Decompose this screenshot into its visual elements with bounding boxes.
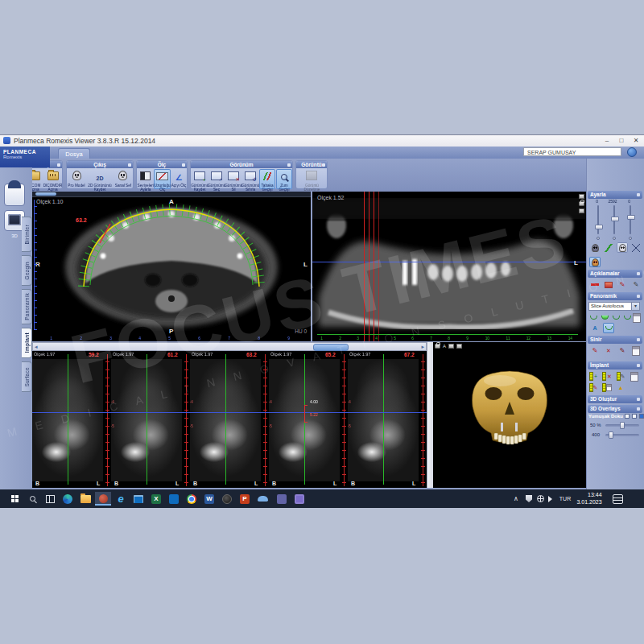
taskbar-file-explorer[interactable]: [77, 492, 93, 506]
panel-header-3d-overlays[interactable]: 3D Overlays: [588, 405, 642, 413]
slider-handle[interactable]: [611, 217, 619, 221]
cross-section-strip[interactable]: -4-5 -4-5 -4-5 -4-5 Ölçek 1.97 Ölçek 1.9…: [32, 351, 427, 488]
slider-handle[interactable]: [620, 422, 625, 429]
taskbar-store[interactable]: [166, 492, 182, 506]
taskbar-camera-app[interactable]: [219, 492, 235, 506]
panel-header-implant[interactable]: İmplant: [588, 361, 642, 369]
seviyeleri-ayarla-button[interactable]: Seviyeleri Ayarla: [137, 169, 154, 189]
scroll-left-arrow[interactable]: ◂: [35, 343, 38, 350]
taskbar-mail[interactable]: [130, 492, 147, 506]
panel-header-ayarla[interactable]: Ayarla: [588, 191, 642, 199]
skull-color-button[interactable]: [589, 257, 601, 267]
annotation-screen-button[interactable]: [603, 279, 614, 290]
skull-light-button[interactable]: [617, 242, 628, 253]
nerve-edit-button[interactable]: ✎: [617, 345, 628, 356]
pano-slice-line[interactable]: [364, 192, 365, 341]
implant-edit-button[interactable]: ✎: [615, 371, 626, 382]
slider-dot[interactable]: [597, 237, 600, 240]
gorunumu-sifirla-button[interactable]: ↺Görünümü Sıfırla: [242, 169, 258, 189]
annotation-ruler-button[interactable]: [589, 279, 601, 290]
close-button[interactable]: ✕: [630, 135, 642, 146]
panel-header-sinir[interactable]: Sinir: [588, 336, 642, 344]
nerve-delete-button[interactable]: ✕: [603, 345, 614, 356]
soft-tissue-checkbox[interactable]: [625, 414, 630, 419]
panel-header-aciklamalar[interactable]: Açıklamalar: [588, 270, 642, 278]
slider-dot[interactable]: [613, 237, 616, 240]
slider-handle[interactable]: [35, 192, 56, 196]
file-menu-tab[interactable]: Dosya: [58, 148, 90, 159]
tray-network-icon[interactable]: [535, 489, 546, 508]
taskbar-app-purple1[interactable]: [274, 492, 290, 506]
3d-render-viewport[interactable]: A: [433, 342, 586, 488]
minimize-button[interactable]: –: [601, 135, 613, 146]
lock-icon[interactable]: [579, 201, 584, 206]
implant-add-button[interactable]: +: [588, 371, 599, 382]
pro-model-button[interactable]: Pro Model: [67, 169, 86, 189]
pano-list-button[interactable]: [631, 312, 642, 323]
start-button[interactable]: [6, 492, 23, 506]
cross-section-scrollbar[interactable]: ◂ ▸: [32, 342, 427, 351]
threshold-slider[interactable]: [605, 434, 639, 436]
contrast-slider[interactable]: [613, 205, 615, 234]
slider-handle[interactable]: [609, 431, 613, 439]
soft-tissue-checkbox[interactable]: [639, 414, 644, 419]
lock-icon[interactable]: [435, 344, 440, 349]
goruntu-duzeltme-button[interactable]: Görüntü Düzeltme: [298, 169, 325, 189]
group-launcher-icon[interactable]: [128, 163, 131, 167]
pano-curve-fill-button[interactable]: [599, 312, 610, 323]
tray-chevron[interactable]: ∧: [510, 489, 522, 508]
taskbar-edge[interactable]: [60, 492, 76, 506]
pano-slice-line[interactable]: [369, 192, 369, 341]
taskbar-search[interactable]: [24, 492, 40, 506]
tab-birimler[interactable]: Birimler: [22, 217, 32, 252]
scrollbar-handle[interactable]: [313, 344, 349, 351]
2d-gorunumu-kaydet-button[interactable]: 2D2D Görünümü Kaydet: [87, 169, 113, 189]
patient-module-button[interactable]: [4, 184, 25, 206]
tab-panoramik[interactable]: Panoramik: [22, 289, 32, 324]
tabaka-gecisi-button[interactable]: Tabaka Geçişi: [259, 169, 275, 189]
implant-list-button[interactable]: [629, 371, 640, 382]
slice-mode-dropdown[interactable]: Slice Autofocus: [588, 302, 640, 311]
patient-name-field[interactable]: SERAP GUMUSAY: [523, 147, 621, 156]
slider-dot[interactable]: [629, 237, 632, 240]
implant-copy-button[interactable]: [601, 382, 613, 393]
pano-slice-line[interactable]: [378, 192, 379, 341]
uzunlugu-olc-button[interactable]: Uzunluğu Ölç: [154, 169, 171, 189]
implant-draw-button[interactable]: ✎: [588, 382, 599, 393]
annotation-edit-button[interactable]: ✎: [630, 279, 642, 290]
group-launcher-icon[interactable]: [322, 163, 325, 167]
export-icon[interactable]: [579, 208, 584, 213]
taskbar-excel[interactable]: X: [148, 492, 164, 506]
zum-gecisi-button[interactable]: Zum Geçişi: [276, 169, 292, 189]
gorunumu-sil-button[interactable]: ✕Görünümü Sil: [225, 169, 242, 189]
skull-dark-button[interactable]: [589, 242, 601, 253]
sanal-sef-button[interactable]: Sanal Sef: [114, 169, 133, 189]
scroll-right-arrow[interactable]: ▸: [421, 343, 424, 350]
dicomdir-acma-button[interactable]: DICOMDIR Açma: [44, 169, 62, 189]
aciyi-olc-button[interactable]: ∠Açıyı Ölç: [171, 169, 187, 189]
pano-axial-level-line[interactable]: [312, 262, 586, 262]
task-view-button[interactable]: [42, 492, 58, 506]
opacity-slider[interactable]: [605, 424, 639, 427]
monitor-icon[interactable]: [456, 344, 462, 349]
camera-icon[interactable]: [448, 344, 454, 349]
soft-tissue-checkbox[interactable]: [632, 414, 637, 419]
pano-autofocus-button[interactable]: [603, 323, 614, 333]
tab-surface[interactable]: Surface: [22, 361, 32, 392]
slider-handle[interactable]: [627, 215, 635, 220]
taskbar-romexis-active[interactable]: [95, 492, 111, 506]
tab-gezgin[interactable]: Gezgin: [22, 255, 32, 286]
pan-button[interactable]: [630, 242, 642, 253]
panoramic-viewport[interactable]: Ölçek 1.52 L 1234567891011121314: [312, 192, 586, 341]
pano-curve-button[interactable]: [588, 312, 599, 323]
maximize-button[interactable]: □: [615, 135, 628, 146]
pano-letter-a-button[interactable]: A: [589, 323, 601, 333]
nerve-draw-button[interactable]: ✎: [589, 345, 601, 356]
taskbar-chrome[interactable]: [184, 492, 200, 506]
tray-shield-icon[interactable]: [523, 489, 535, 508]
tray-volume-icon[interactable]: [546, 489, 557, 508]
implant-delete-button[interactable]: ✕: [601, 371, 613, 382]
taskbar-powerpoint[interactable]: P: [237, 492, 253, 506]
tray-language[interactable]: TUR: [557, 489, 573, 508]
nerve-list-button[interactable]: [630, 345, 642, 356]
